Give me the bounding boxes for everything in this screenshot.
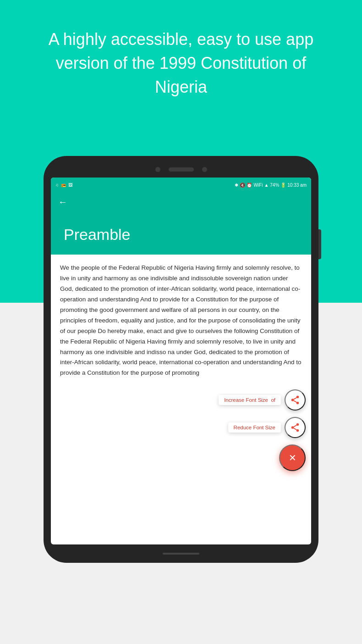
close-fab-button[interactable]: ✕ bbox=[279, 444, 306, 471]
svg-line-3 bbox=[294, 400, 296, 402]
bluetooth-icon: ✱ bbox=[235, 183, 238, 188]
reduce-font-label: Reduce Font Size bbox=[228, 422, 281, 433]
speaker-slot bbox=[169, 167, 194, 172]
status-bar: ♫ 📻 🖼 ✱ 🔇 ⏰ WiFi ▲ 74% 🔋 10:33 am bbox=[51, 178, 311, 192]
alarm-icon: ⏰ bbox=[247, 183, 252, 188]
increase-font-label: Increase Font Size of bbox=[219, 395, 281, 405]
status-bar-right: ✱ 🔇 ⏰ WiFi ▲ 74% 🔋 10:33 am bbox=[235, 183, 307, 188]
battery-icon: 🔋 bbox=[280, 183, 286, 188]
phone-notch bbox=[51, 163, 311, 178]
spotify-icon: ♫ bbox=[55, 183, 59, 187]
svg-line-8 bbox=[294, 428, 296, 430]
preamble-text: We the people of the Federal Republic of… bbox=[60, 264, 302, 376]
camera-dot-2 bbox=[202, 167, 207, 172]
image-icon: 🖼 bbox=[68, 183, 72, 187]
main-fab-row: ✕ bbox=[279, 444, 306, 471]
reduce-font-button[interactable] bbox=[285, 417, 306, 438]
signal-icon: ▲ bbox=[264, 183, 269, 188]
volume-button bbox=[318, 229, 321, 259]
svg-line-9 bbox=[294, 425, 296, 427]
phone-body: ♫ 📻 🖼 ✱ 🔇 ⏰ WiFi ▲ 74% 🔋 10:33 am bbox=[44, 156, 318, 563]
share-icon-reduce bbox=[290, 422, 300, 433]
camera-dot bbox=[155, 167, 160, 172]
headline-text: A highly accessible, easy to use app ver… bbox=[49, 30, 313, 96]
svg-point-6 bbox=[291, 426, 294, 429]
increase-font-label-text: Increase Font Size bbox=[224, 397, 268, 403]
phone-bottom-bar bbox=[51, 544, 311, 563]
home-indicator bbox=[163, 553, 199, 555]
increase-font-button[interactable] bbox=[285, 389, 306, 411]
close-icon: ✕ bbox=[289, 452, 296, 463]
svg-line-4 bbox=[294, 398, 296, 400]
increase-font-row: Increase Font Size of bbox=[219, 389, 306, 411]
media-icon: 📻 bbox=[61, 183, 66, 187]
headline: A highly accessible, easy to use app ver… bbox=[0, 28, 362, 100]
section-title: Preamble bbox=[64, 226, 298, 244]
share-icon-increase bbox=[290, 395, 300, 405]
wifi-icon: WiFi bbox=[253, 183, 263, 188]
mute-icon: 🔇 bbox=[240, 183, 245, 188]
svg-point-0 bbox=[296, 396, 299, 399]
page-container: A highly accessible, easy to use app ver… bbox=[0, 0, 362, 644]
phone-mockup: ♫ 📻 🖼 ✱ 🔇 ⏰ WiFi ▲ 74% 🔋 10:33 am bbox=[44, 156, 318, 563]
reduce-font-label-text: Reduce Font Size bbox=[234, 425, 275, 430]
status-icons-left: ♫ 📻 🖼 bbox=[55, 183, 72, 187]
svg-point-5 bbox=[296, 423, 299, 426]
battery-level: 74% bbox=[270, 183, 279, 188]
fab-container: Increase Font Size of bbox=[219, 389, 306, 471]
app-toolbar: ← bbox=[51, 192, 311, 212]
svg-point-2 bbox=[296, 402, 299, 405]
svg-point-1 bbox=[291, 399, 294, 401]
increase-font-suffix: of bbox=[271, 397, 275, 403]
reduce-font-row: Reduce Font Size bbox=[228, 417, 306, 438]
back-button[interactable]: ← bbox=[58, 197, 67, 207]
phone-screen: ♫ 📻 🖼 ✱ 🔇 ⏰ WiFi ▲ 74% 🔋 10:33 am bbox=[51, 178, 311, 544]
time-display: 10:33 am bbox=[287, 183, 307, 188]
section-banner: Preamble bbox=[51, 212, 311, 255]
svg-point-7 bbox=[296, 429, 299, 432]
